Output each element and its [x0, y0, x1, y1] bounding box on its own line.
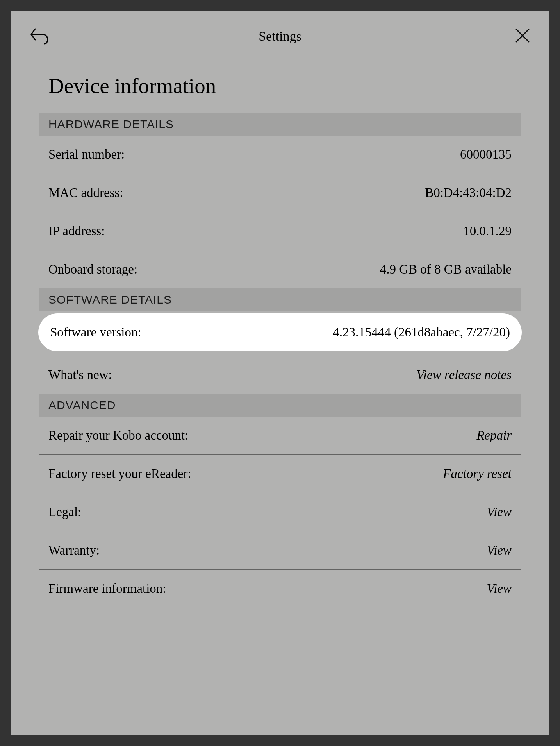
- firmware-info-label: Firmware information:: [48, 581, 166, 596]
- onboard-storage-value: 4.9 GB of 8 GB available: [380, 262, 512, 277]
- row-legal[interactable]: Legal: View: [39, 493, 521, 531]
- factory-reset-label: Factory reset your eReader:: [48, 467, 191, 481]
- repair-account-label: Repair your Kobo account:: [48, 428, 188, 443]
- warranty-action[interactable]: View: [487, 543, 512, 558]
- row-whats-new[interactable]: What's new: View release notes: [39, 356, 521, 394]
- row-onboard-storage: Onboard storage: 4.9 GB of 8 GB availabl…: [39, 250, 521, 288]
- repair-action[interactable]: Repair: [476, 428, 512, 443]
- row-mac-address: MAC address: B0:D4:43:04:D2: [39, 174, 521, 212]
- page-title: Device information: [39, 73, 521, 98]
- header-bar: Settings: [11, 11, 549, 58]
- software-version-label: Software version:: [50, 325, 141, 340]
- row-factory-reset[interactable]: Factory reset your eReader: Factory rese…: [39, 455, 521, 493]
- firmware-info-action[interactable]: View: [487, 581, 512, 596]
- mac-address-label: MAC address:: [48, 186, 123, 200]
- serial-number-label: Serial number:: [48, 147, 125, 162]
- row-ip-address: IP address: 10.0.1.29: [39, 212, 521, 250]
- row-repair-account[interactable]: Repair your Kobo account: Repair: [39, 417, 521, 455]
- section-software-details: SOFTWARE DETAILS: [39, 288, 521, 311]
- legal-action[interactable]: View: [487, 505, 512, 519]
- row-warranty[interactable]: Warranty: View: [39, 531, 521, 570]
- whats-new-action[interactable]: View release notes: [416, 368, 512, 382]
- ip-address-label: IP address:: [48, 224, 105, 238]
- factory-reset-action[interactable]: Factory reset: [443, 467, 512, 481]
- section-advanced: ADVANCED: [39, 394, 521, 417]
- serial-number-value: 60000135: [460, 147, 512, 162]
- warranty-label: Warranty:: [48, 543, 100, 558]
- settings-screen: Settings Device information HARDWARE DET…: [11, 11, 549, 735]
- mac-address-value: B0:D4:43:04:D2: [425, 186, 512, 200]
- section-hardware-details: HARDWARE DETAILS: [39, 113, 521, 136]
- row-firmware-info[interactable]: Firmware information: View: [39, 570, 521, 608]
- row-serial-number: Serial number: 60000135: [39, 136, 521, 174]
- back-icon[interactable]: [30, 27, 49, 46]
- ip-address-value: 10.0.1.29: [463, 224, 512, 238]
- header-title: Settings: [259, 29, 301, 44]
- software-version-value: 4.23.15444 (261d8abaec, 7/27/20): [333, 325, 510, 340]
- row-software-version: Software version: 4.23.15444 (261d8abaec…: [38, 313, 522, 351]
- legal-label: Legal:: [48, 505, 81, 519]
- content-area: Device information HARDWARE DETAILS Seri…: [11, 58, 549, 608]
- onboard-storage-label: Onboard storage:: [48, 262, 137, 277]
- close-icon[interactable]: [515, 28, 530, 45]
- whats-new-label: What's new:: [48, 368, 112, 382]
